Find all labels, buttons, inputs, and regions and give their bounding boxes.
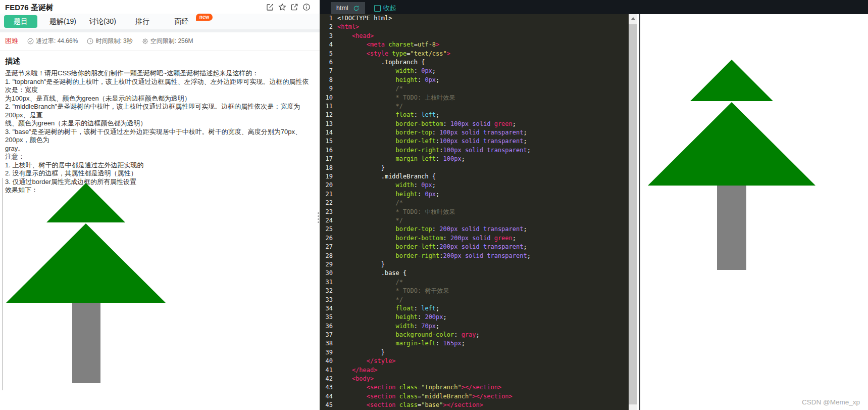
code-line[interactable]: 30 .base { [320,269,629,278]
code-line[interactable]: 39 } [320,348,629,357]
code-line[interactable]: 37 background-color: gray; [320,331,629,339]
star-icon[interactable] [278,3,286,11]
code-content: <section class="topbranch"></section> [333,383,501,392]
code-line[interactable]: 32 * TODO: 树干效果 [320,287,629,295]
code-line[interactable]: 8 height: 0px; [320,76,629,84]
code-content: border-top: 200px solid transparent; [333,225,527,234]
line-number: 34 [320,304,333,313]
code-line[interactable]: 3 <head> [320,32,629,40]
code-line[interactable]: 36 width: 70px; [320,322,629,331]
tab-item[interactable]: 题目 [4,15,37,28]
line-number: 6 [320,58,333,67]
code-line[interactable]: 29 } [320,260,629,269]
code-line[interactable]: 27 border-left:200px solid transparent; [320,243,629,251]
code-line[interactable]: 31 /* [320,278,629,287]
code-line[interactable]: 14 border-top: 100px solid transparent; [320,128,629,137]
line-number: 23 [320,208,333,216]
code-line[interactable]: 2<html> [320,23,629,31]
code-content: */ [333,216,403,225]
share-icon[interactable] [290,3,298,11]
line-number: 37 [320,331,333,339]
code-line[interactable]: 34 float: left; [320,304,629,313]
code-line[interactable]: 42 <body> [320,375,629,383]
code-line[interactable]: 26 border-bottom: 200px solid green; [320,234,629,243]
tree-middle-branch [6,223,166,303]
description-line: 圣诞节来啦！请用CSS给你的朋友们制作一颗圣诞树吧~这颗圣诞树描述起来是这样的： [5,69,315,78]
code-line[interactable]: 40 </style> [320,357,629,366]
line-number: 27 [320,243,333,251]
code-line[interactable]: 41 </head> [320,366,629,375]
line-number: 3 [320,32,333,40]
code-line[interactable]: 15 border-left:100px solid transparent; [320,137,629,146]
code-line[interactable]: 19 .middleBranch { [320,172,629,181]
collapse-button[interactable]: 收起 [374,2,396,14]
code-content: <body> [333,375,374,383]
editor-tab-html[interactable]: html [331,2,365,14]
line-number: 12 [320,111,333,119]
tree-top-branch [46,183,125,222]
code-line[interactable]: 44 <section class="middleBranch"></secti… [320,392,629,401]
code-content: <html> [333,23,359,31]
code-line[interactable]: 10 * TODO: 上枝叶效果 [320,94,629,102]
code-editor[interactable]: 1<!DOCTYPE html>2<html>3 <head>4 <meta c… [320,14,629,410]
line-number: 24 [320,216,333,225]
code-content: height: 200px; [333,313,447,322]
code-line[interactable]: 22 /* [320,199,629,207]
code-line[interactable]: 33 */ [320,296,629,304]
code-line[interactable]: 9 /* [320,84,629,93]
editor-scrollbar[interactable] [629,14,637,410]
code-line[interactable]: 5 <style type="text/css"> [320,50,629,58]
code-line[interactable]: 25 border-top: 200px solid transparent; [320,225,629,234]
code-line[interactable]: 43 <section class="topbranch"></section> [320,383,629,392]
code-line[interactable]: 18 } [320,164,629,172]
clock-icon [87,38,93,44]
line-number: 30 [320,269,333,278]
code-content: /* [333,84,403,93]
edit-icon[interactable] [266,3,274,11]
pass-rate: 通过率: 44.66% [27,37,78,45]
code-line[interactable]: 13 border-bottom: 100px solid green; [320,120,629,128]
code-content: <style type="text/css"> [333,50,450,58]
line-number: 22 [320,199,333,207]
line-number: 41 [320,366,333,375]
problem-tabs: 题目题解(19)讨论(30)排行面经new [0,14,320,29]
line-number: 21 [320,190,333,199]
info-icon[interactable] [302,3,311,11]
problem-panel: FED76 圣诞树 [0,0,320,410]
code-line[interactable]: 1<!DOCTYPE html> [320,14,629,23]
code-line[interactable]: 7 width: 0px; [320,67,629,75]
code-line[interactable]: 12 float: left; [320,111,629,119]
tab-item[interactable]: 题解(19) [49,17,76,26]
line-number: 15 [320,137,333,146]
description-line: gray。 [5,145,315,153]
refresh-icon[interactable] [353,5,360,12]
line-number: 25 [320,225,333,234]
code-content: <head> [333,32,374,40]
code-line[interactable]: 24 */ [320,216,629,225]
code-line[interactable]: 35 height: 200px; [320,313,629,322]
scrollbar-thumb[interactable] [629,24,637,404]
problem-header: FED76 圣诞树 [0,0,320,14]
tree-trunk [72,303,100,383]
code-line[interactable]: 11 */ [320,102,629,111]
code-line[interactable]: 4 <meta charset=utf-8> [320,40,629,49]
code-content: border-left:100px solid transparent; [333,137,527,146]
tab-item[interactable]: 面经new [175,17,189,26]
code-line[interactable]: 38 margin-left: 165px; [320,339,629,348]
code-line[interactable]: 28 border-right:200px solid transparent; [320,252,629,260]
code-line[interactable]: 21 height: 0px; [320,190,629,199]
line-number: 42 [320,375,333,383]
code-content: float: left; [333,111,439,119]
line-number: 7 [320,67,333,75]
tab-item[interactable]: 排行 [135,17,149,26]
effect-image [3,178,171,390]
code-line[interactable]: 16 border-right:100px solid transparent; [320,146,629,155]
tab-item[interactable]: 讨论(30) [89,17,116,26]
code-content: border-top: 100px solid transparent; [333,128,527,137]
code-line[interactable]: 45 <section class="base"></section> [320,401,629,409]
code-line[interactable]: 23 * TODO: 中枝叶效果 [320,208,629,216]
code-line[interactable]: 17 margin-left: 100px; [320,155,629,163]
scroll-up-button[interactable] [629,14,637,22]
code-line[interactable]: 20 width: 0px; [320,181,629,190]
code-line[interactable]: 6 .topbranch { [320,58,629,67]
